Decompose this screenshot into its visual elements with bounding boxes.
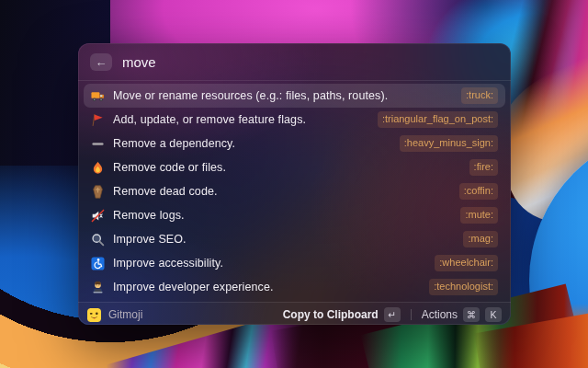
copy-to-clipboard-label: Copy to Clipboard [283,308,379,321]
k-key-icon: K [485,307,502,322]
footer-divider [411,309,412,320]
list-item-gitmoji-code: :wheelchair: [435,255,498,270]
list-item-label: Remove code or files. [113,161,461,174]
list-item-4[interactable]: Remove code or files. :fire: [84,155,505,179]
list-item-gitmoji-code: :heavy_minus_sign: [400,135,498,151]
fire-icon [91,161,105,175]
list-item-gitmoji-code: :truck: [461,87,498,103]
search-input[interactable] [122,54,499,70]
list-item-3[interactable]: Remove a dependency. :heavy_minus_sign: [84,132,505,155]
flag-icon [91,113,105,127]
copy-to-clipboard-button[interactable]: Copy to Clipboard ↵ [283,307,401,322]
wallpaper-orange-corner [514,304,588,368]
list-item-gitmoji-code: :mag: [463,231,498,247]
list-item-2[interactable]: Add, update, or remove feature flags. :t… [84,108,505,132]
list-item-label: Improve accessibility. [113,257,426,270]
wallpaper-blue-sphere [529,129,588,368]
truck-icon [91,89,105,103]
list-item-label: Remove dead code. [113,185,451,198]
command-palette-window: ← Move or rename resources (e.g.: files,… [78,43,511,325]
list-item-gitmoji-code: :coffin: [459,183,498,199]
app-name: Gitmoji [108,308,142,321]
actions-label: Actions [422,308,458,321]
list-item-gitmoji-code: :triangular_flag_on_post: [378,111,498,127]
list-item-7[interactable]: Improve SEO. :mag: [84,227,505,251]
list-item-1[interactable]: Move or rename resources (e.g.: files, p… [84,84,505,108]
cmd-key-icon: ⌘ [463,307,480,322]
back-arrow-icon: ← [96,56,107,68]
magnifier-icon [91,233,105,247]
list-item-label: Improve developer experience. [113,281,421,293]
list-item-gitmoji-code: :fire: [469,159,498,175]
list-item-9[interactable]: Improve developer experience. :technolog… [84,275,505,299]
list-item-label: Remove a dependency. [113,137,391,150]
list-item-label: Add, update, or remove feature flags. [113,113,369,126]
desktop: ← Move or rename resources (e.g.: files,… [0,0,588,368]
mute-icon [91,209,105,223]
list-item-8[interactable]: Improve accessibility. :wheelchair: [84,251,505,275]
results-list: Move or rename resources (e.g.: files, p… [78,81,511,302]
footer-bar: Gitmoji Copy to Clipboard ↵ Actions ⌘ K [78,302,511,325]
actions-button[interactable]: Actions ⌘ K [422,307,502,322]
list-item-label: Move or rename resources (e.g.: files, p… [113,89,453,102]
app-chip: Gitmoji [87,308,142,322]
list-item-gitmoji-code: :mute: [460,207,498,223]
minus-icon [91,137,105,151]
search-bar: ← [78,43,511,81]
list-item-5[interactable]: Remove dead code. :coffin: [84,179,505,203]
wheelchair-icon [91,257,105,270]
wallpaper-pink-band [510,0,588,211]
return-key-icon: ↵ [384,307,401,322]
list-item-6[interactable]: Remove logs. :mute: [84,203,505,227]
gitmoji-logo-icon [87,308,101,322]
list-item-gitmoji-code: :technologist: [429,279,498,294]
list-item-label: Improve SEO. [113,233,455,246]
technologist-icon [91,281,105,294]
back-button[interactable]: ← [90,53,112,71]
list-item-label: Remove logs. [113,209,452,222]
coffin-icon [91,185,105,199]
